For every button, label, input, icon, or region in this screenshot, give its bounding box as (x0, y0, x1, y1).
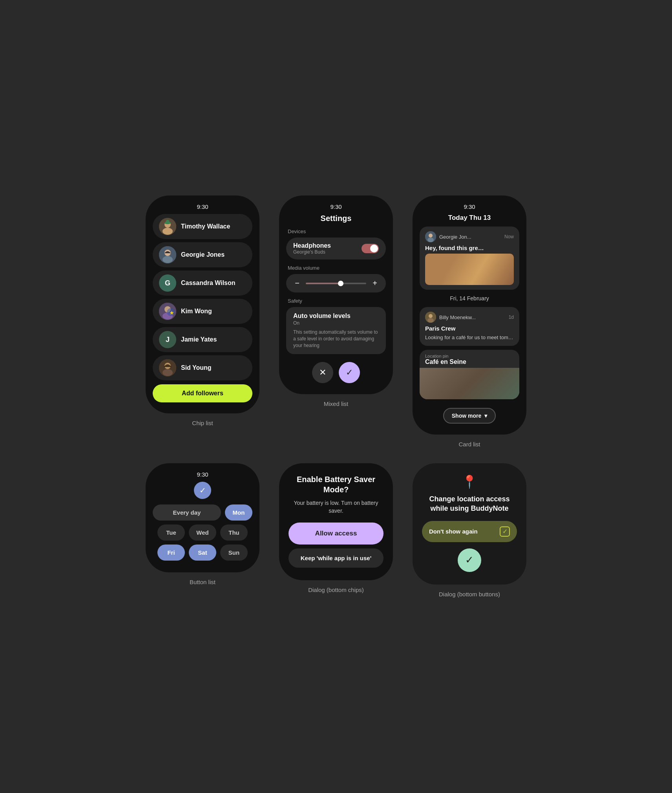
notif-name-billy: Billy Moenekw... (439, 314, 476, 320)
sat-button[interactable]: Sat (189, 545, 216, 561)
chip-list-time: 9:30 (197, 203, 208, 210)
sun-button[interactable]: Sun (220, 545, 248, 561)
chip-list-device: 9:30 Timothy Wallace (142, 196, 263, 426)
dont-show-again-row[interactable]: Don't show again ✓ (422, 521, 517, 542)
tue-button[interactable]: Tue (157, 524, 185, 541)
svg-point-7 (163, 256, 173, 263)
notif-sender-billy: Billy Moenekw... (425, 312, 476, 323)
card-list-time: 9:30 (464, 203, 475, 210)
notif-title-georgie: Hey, found this gre… (425, 245, 514, 251)
button-list-time: 9:30 (197, 471, 208, 478)
show-more-label: Show more (452, 413, 481, 419)
dialog-chips-body: Your battery is low. Turn on battery sav… (289, 499, 383, 515)
volume-decrease-button[interactable]: − (292, 279, 302, 288)
chip-item-georgie[interactable]: Georgie Jones (153, 242, 252, 267)
card-list-device: 9:30 Today Thu 13 (409, 196, 530, 448)
location-label: Location pin (425, 354, 514, 358)
confirm-button[interactable]: ✓ (339, 362, 360, 383)
svg-point-20 (429, 314, 433, 318)
allow-access-button[interactable]: Allow access (289, 523, 383, 545)
location-dialog-title: Change location access while using Buddy… (422, 495, 517, 513)
mixed-list-device: 9:30 Settings Devices Headphones Georgie… (275, 196, 397, 407)
avatar-billy-notif (425, 312, 436, 323)
auto-vol-status: On (293, 320, 379, 326)
chip-item-cassandra[interactable]: G Cassandra Wilson (153, 270, 252, 296)
show-more-button[interactable]: Show more ▾ (443, 408, 496, 424)
avatar-sid (159, 359, 176, 376)
thu-button[interactable]: Thu (220, 524, 248, 541)
avatar-cassandra: G (159, 274, 176, 292)
notif-name-georgie: Georgie Jon... (439, 234, 471, 240)
volume-increase-button[interactable]: + (370, 279, 380, 288)
svg-point-15 (163, 369, 173, 376)
safety-section-label: Safety (286, 298, 386, 304)
everyday-row: Every day Mon (153, 504, 252, 521)
mixed-list-time: 9:30 (330, 203, 341, 210)
notification-card-georgie[interactable]: Georgie Jon... Now Hey, found this gre… (420, 227, 519, 290)
everyday-button[interactable]: Every day (153, 504, 221, 521)
settings-title: Settings (321, 214, 352, 223)
chip-item-kim[interactable]: ★ Kim Wong (153, 299, 252, 324)
svg-point-21 (427, 318, 434, 323)
dialog-chips-title: Enable Battery Saver Mode? (289, 474, 383, 495)
button-list-device: 9:30 ✓ Every day Mon Tue Wed Thu Fri Sat… (142, 463, 263, 585)
dont-show-checkbox[interactable]: ✓ (500, 526, 510, 537)
avatar-kim: ★ (159, 303, 176, 320)
svg-text:★: ★ (170, 310, 174, 316)
fri-button[interactable]: Fri (157, 545, 185, 561)
card-list: Georgie Jon... Now Hey, found this gre… … (420, 227, 519, 424)
volume-section-label: Media volume (286, 265, 386, 271)
contact-name-timothy: Timothy Wallace (181, 223, 230, 230)
avatar-jamie: J (159, 331, 176, 348)
avatar-georgie (159, 246, 176, 263)
location-pin-icon: 📍 (462, 474, 477, 489)
confirm-icon: ✓ (346, 367, 353, 378)
volume-track[interactable] (306, 283, 366, 284)
checkmark-button[interactable]: ✓ (194, 482, 211, 499)
svg-rect-4 (166, 220, 169, 223)
volume-fill (306, 283, 339, 284)
volume-thumb (338, 281, 343, 286)
notif-header-georgie: Georgie Jon... Now (425, 231, 514, 242)
notif-time-billy: 1d (509, 314, 514, 320)
mon-button[interactable]: Mon (225, 504, 252, 521)
location-card[interactable]: Location pin Café en Seine (420, 350, 519, 399)
chip-item-timothy[interactable]: Timothy Wallace (153, 214, 252, 239)
add-followers-button[interactable]: Add followers (153, 384, 252, 402)
auto-vol-title: Auto volume levels (293, 312, 379, 320)
keep-while-in-use-button[interactable]: Keep 'while app is in use' (289, 548, 383, 568)
button-list-label: Button list (190, 579, 215, 585)
notif-body-billy: Looking for a café for us to meet tom… (425, 334, 514, 341)
svg-point-17 (429, 234, 433, 238)
confirm-checkmark-icon: ✓ (465, 554, 474, 566)
date-separator: Fri, 14 February (420, 295, 519, 301)
svg-point-18 (427, 238, 434, 242)
headphones-row[interactable]: Headphones Georgie's Buds (286, 238, 386, 259)
midweek-row: Tue Wed Thu (153, 524, 252, 541)
auto-vol-description: This setting automatically sets volume t… (293, 329, 379, 349)
headphones-sub: Georgie's Buds (293, 249, 331, 255)
cancel-button[interactable]: ✕ (312, 362, 333, 383)
notification-card-billy[interactable]: Billy Moenekw... 1d Paris Crew Looking f… (420, 307, 519, 346)
avatar-georgie-notif (425, 231, 436, 242)
chevron-down-icon: ▾ (484, 413, 487, 419)
chip-item-jamie[interactable]: J Jamie Yates (153, 327, 252, 352)
chip-list-label: Chip list (192, 420, 213, 426)
contact-name-kim: Kim Wong (181, 307, 212, 315)
volume-section: − + (286, 274, 386, 292)
wed-button[interactable]: Wed (189, 524, 216, 541)
svg-point-2 (163, 228, 173, 235)
auto-volume-row[interactable]: Auto volume levels On This setting autom… (286, 307, 386, 354)
contact-name-jamie: Jamie Yates (181, 336, 217, 343)
dialog-confirm-button[interactable]: ✓ (458, 548, 481, 572)
dialog-buttons-label: Dialog (bottom buttons) (439, 591, 500, 597)
location-image (420, 368, 519, 399)
volume-row[interactable]: − + (286, 274, 386, 292)
dialog-chips-label: Dialog (bottom chips) (308, 587, 364, 593)
devices-section-label: Devices (286, 228, 386, 234)
card-list-date: Today Thu 13 (448, 214, 491, 222)
chip-item-sid[interactable]: Sid Young (153, 355, 252, 380)
headphones-toggle[interactable] (362, 244, 379, 253)
location-top: Location pin Café en Seine (420, 350, 519, 368)
contact-name-georgie: Georgie Jones (181, 251, 225, 258)
